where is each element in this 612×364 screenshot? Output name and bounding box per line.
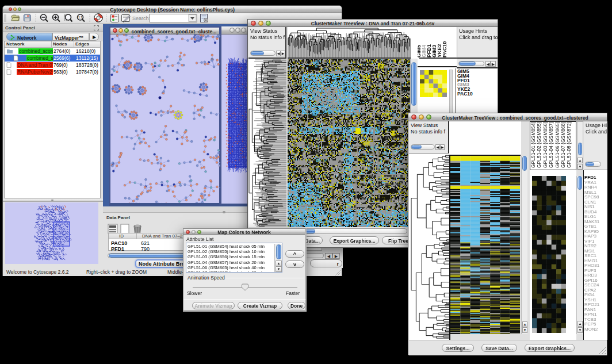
svg-text:1:1: 1:1 (78, 16, 82, 19)
svg-text:Search:: Search: (132, 16, 150, 21)
svg-text:GPL51-06 (GSM865): GPL51-06 (GSM865) (554, 122, 560, 168)
svg-text:GPL51-02 (GSM855): GPL51-02 (GSM855) (536, 122, 542, 168)
svg-text:GPL51-08 (GSM872): GPL51-08 (GSM872) (566, 122, 572, 168)
svg-text:GPL51-07 (GSM868): GPL51-07 (GSM868) (560, 122, 566, 168)
svg-text:GPL51-04 (GSM857): GPL51-04 (GSM857) (548, 122, 554, 168)
svg-text:GPL51-01 (GSM854): GPL51-01 (GSM854) (530, 122, 536, 168)
svg-text:PAC10: PAC10 (442, 41, 447, 58)
svg-text:GPL51-03 (GSM856): GPL51-03 (GSM856) (542, 122, 548, 168)
